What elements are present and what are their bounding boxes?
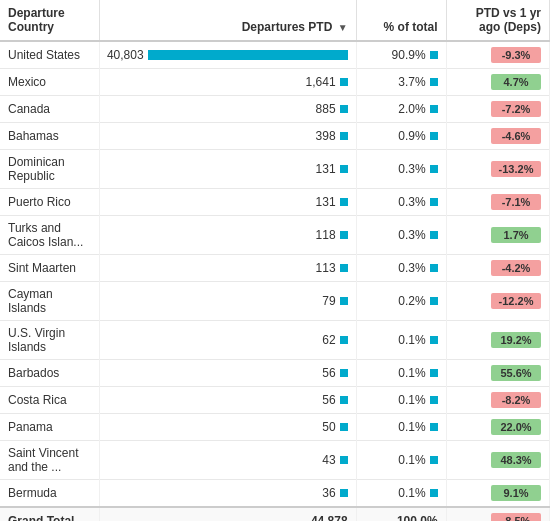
departures-value: 50 [296, 420, 336, 434]
ptd-badge: -12.2% [491, 293, 541, 309]
ptd-badge: 1.7% [491, 227, 541, 243]
departures-bar [340, 132, 348, 140]
cell-pct-total: 0.2% [356, 282, 446, 321]
ptd-badge: -9.3% [491, 47, 541, 63]
pct-value: 0.3% [398, 228, 425, 242]
departures-bar [148, 50, 348, 60]
pct-bar [430, 297, 438, 305]
pct-value: 0.3% [398, 162, 425, 176]
pct-bar [430, 78, 438, 86]
departures-bar [340, 264, 348, 272]
table-row: Dominican Republic1310.3%-13.2% [0, 150, 550, 189]
cell-departures: 36 [99, 480, 356, 508]
cell-country: Turks and Caicos Islan... [0, 216, 99, 255]
cell-departures: 118 [99, 216, 356, 255]
departures-bar [340, 198, 348, 206]
cell-ptd-vs: 48.3% [446, 441, 549, 480]
departures-bar [340, 489, 348, 497]
cell-pct-total: 0.3% [356, 189, 446, 216]
pct-value: 0.3% [398, 261, 425, 275]
cell-pct-total: 0.1% [356, 480, 446, 508]
table-row: Canada8852.0%-7.2% [0, 96, 550, 123]
cell-country: Dominican Republic [0, 150, 99, 189]
pct-value: 0.9% [398, 129, 425, 143]
cell-departures: 113 [99, 255, 356, 282]
cell-ptd-vs: -13.2% [446, 150, 549, 189]
cell-departures: 43 [99, 441, 356, 480]
pct-bar [430, 369, 438, 377]
table-row: Saint Vincent and the ...430.1%48.3% [0, 441, 550, 480]
ptd-badge: 4.7% [491, 74, 541, 90]
pct-value: 0.1% [398, 420, 425, 434]
header-departures[interactable]: Departures PTD ▼ [99, 0, 356, 41]
cell-country: Costa Rica [0, 387, 99, 414]
cell-pct-total: 3.7% [356, 69, 446, 96]
pct-bar [430, 396, 438, 404]
pct-bar [430, 105, 438, 113]
cell-ptd-vs: -4.6% [446, 123, 549, 150]
departures-bar [340, 165, 348, 173]
cell-departures: 131 [99, 150, 356, 189]
cell-departures: 50 [99, 414, 356, 441]
departures-value: 131 [296, 162, 336, 176]
departures-bar [340, 105, 348, 113]
cell-departures: 62 [99, 321, 356, 360]
departures-value: 885 [296, 102, 336, 116]
cell-country: Panama [0, 414, 99, 441]
pct-bar [430, 165, 438, 173]
cell-ptd-vs: -7.1% [446, 189, 549, 216]
departures-value: 118 [296, 228, 336, 242]
ptd-badge: -4.2% [491, 260, 541, 276]
pct-bar [430, 423, 438, 431]
pct-value: 0.1% [398, 366, 425, 380]
total-departures: 44,878 [99, 507, 356, 521]
ptd-badge: -4.6% [491, 128, 541, 144]
table-header-row: Departure Country Departures PTD ▼ % of … [0, 0, 550, 41]
cell-departures: 398 [99, 123, 356, 150]
departures-bar [340, 231, 348, 239]
departures-value: 1,641 [296, 75, 336, 89]
cell-pct-total: 0.1% [356, 441, 446, 480]
cell-ptd-vs: 19.2% [446, 321, 549, 360]
cell-departures: 79 [99, 282, 356, 321]
pct-bar [430, 231, 438, 239]
cell-country: Canada [0, 96, 99, 123]
cell-country: Barbados [0, 360, 99, 387]
cell-pct-total: 0.9% [356, 123, 446, 150]
table-row: Puerto Rico1310.3%-7.1% [0, 189, 550, 216]
cell-ptd-vs: 9.1% [446, 480, 549, 508]
pct-bar [430, 132, 438, 140]
table-row: United States40,80390.9%-9.3% [0, 41, 550, 69]
departures-value: 398 [296, 129, 336, 143]
pct-bar [430, 264, 438, 272]
cell-ptd-vs: 22.0% [446, 414, 549, 441]
table-row: Turks and Caicos Islan...1180.3%1.7% [0, 216, 550, 255]
cell-departures: 56 [99, 360, 356, 387]
departures-value: 40,803 [104, 48, 144, 62]
cell-country: U.S. Virgin Islands [0, 321, 99, 360]
cell-ptd-vs: -9.3% [446, 41, 549, 69]
table-row: Costa Rica560.1%-8.2% [0, 387, 550, 414]
grand-total-row: Grand Total44,878100.0%-8.5% [0, 507, 550, 521]
ptd-badge: -8.2% [491, 392, 541, 408]
cell-country: Bahamas [0, 123, 99, 150]
ptd-badge: 9.1% [491, 485, 541, 501]
cell-country: United States [0, 41, 99, 69]
total-pct: 100.0% [356, 507, 446, 521]
ptd-badge: 48.3% [491, 452, 541, 468]
cell-country: Cayman Islands [0, 282, 99, 321]
departures-bar [340, 336, 348, 344]
cell-ptd-vs: -8.2% [446, 387, 549, 414]
cell-ptd-vs: -12.2% [446, 282, 549, 321]
ptd-badge: 19.2% [491, 332, 541, 348]
pct-value: 0.1% [398, 486, 425, 500]
cell-ptd-vs: 55.6% [446, 360, 549, 387]
header-pct-total: % of total [356, 0, 446, 41]
departures-value: 43 [296, 453, 336, 467]
cell-pct-total: 0.3% [356, 255, 446, 282]
ptd-badge: -7.2% [491, 101, 541, 117]
total-ptd: -8.5% [446, 507, 549, 521]
cell-country: Mexico [0, 69, 99, 96]
pct-value: 0.3% [398, 195, 425, 209]
ptd-badge: 22.0% [491, 419, 541, 435]
